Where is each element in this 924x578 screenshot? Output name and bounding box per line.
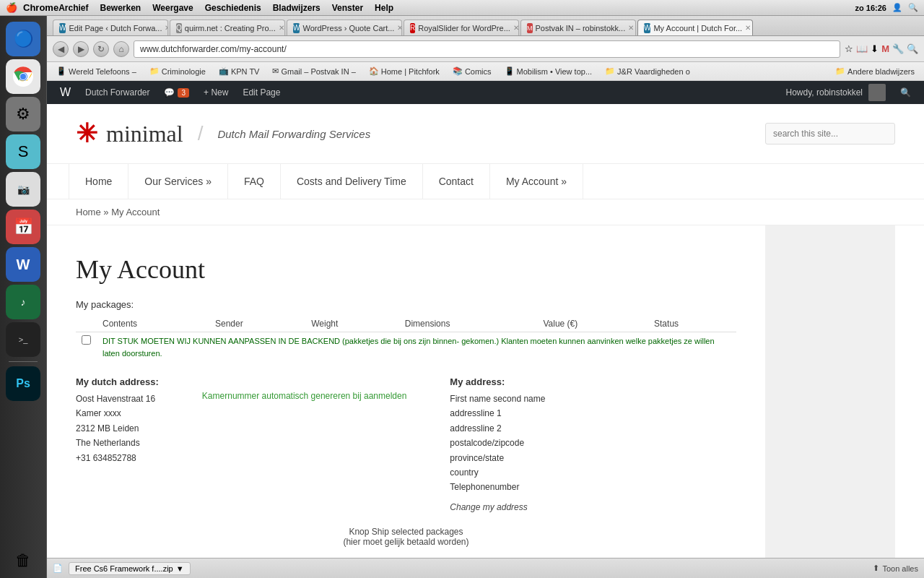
bookmark-mobilism[interactable]: 📱 Mobilism • View top...: [501, 65, 596, 77]
wp-avatar: [868, 84, 886, 101]
bookmark-kpntv[interactable]: 📺 KPN TV: [215, 65, 263, 77]
show-all-downloads-button[interactable]: ⬆ Toon alles: [873, 564, 918, 573]
nav-link-costs[interactable]: Costs and Delivery Time: [281, 164, 423, 199]
tab-my-account[interactable]: W My Account | Dutch For... ✕: [637, 20, 753, 35]
packages-table: Contents Sender Weight Dimensions Value …: [76, 316, 736, 362]
system-prefs-icon[interactable]: ⚙: [6, 97, 40, 131]
wp-edit-page-button[interactable]: Edit Page: [235, 81, 287, 104]
back-button[interactable]: ◀: [53, 41, 69, 57]
tab-close-2[interactable]: ✕: [279, 24, 284, 32]
table-header-row: Contents Sender Weight Dimensions Value …: [76, 316, 736, 332]
addr-line2: addressline 2: [450, 423, 501, 434]
addr-phone: Telephonenumber: [450, 482, 519, 492]
wp-admin-bar: W Dutch Forwarder 💬 3 + New Edit Page Ho…: [47, 81, 924, 104]
chrome-icon[interactable]: [6, 59, 40, 94]
tab-edit-page[interactable]: W Edit Page ‹ Dutch Forwa... ✕: [53, 20, 168, 35]
nav-item-home[interactable]: Home: [69, 164, 128, 199]
tab-favicon-4: R: [410, 23, 415, 33]
bookmark-comics[interactable]: 📚 Comics: [449, 65, 495, 77]
table-row: DIT STUK MOETEN WIJ KUNNEN AANPASSEN IN …: [76, 332, 736, 363]
download-item[interactable]: Free Cs6 Framework f....zip ▼: [69, 562, 191, 575]
addr-country: country: [450, 467, 478, 478]
tab-close-4[interactable]: ✕: [513, 24, 519, 32]
gmail-icon[interactable]: M: [881, 43, 889, 54]
col-header-dimensions: Dimensions: [399, 316, 538, 332]
browser-search-icon[interactable]: 🔍: [907, 43, 918, 54]
addr-state: province/state: [450, 453, 504, 463]
tab-close-1[interactable]: ✕: [165, 24, 168, 32]
menu-bewerken[interactable]: Bewerken: [100, 3, 141, 13]
tab-gmail[interactable]: M Postvak IN – robinstokk... ✕: [520, 20, 636, 35]
nav-item-faq[interactable]: FAQ: [228, 164, 281, 199]
tab-wordpress-quote[interactable]: W WordPress › Quote Cart... ✕: [287, 20, 402, 35]
kamernummer-link[interactable]: Kamernummer automatisch genereren bij aa…: [202, 391, 406, 401]
nav-link-contact[interactable]: Contact: [423, 164, 490, 199]
download-icon[interactable]: ⬇: [871, 43, 879, 54]
menu-bladwijzers[interactable]: Bladwijzers: [273, 3, 321, 13]
menu-geschiedenis[interactable]: Geschiedenis: [205, 3, 261, 13]
finder-icon[interactable]: 🔵: [6, 22, 40, 56]
nav-link-myaccount[interactable]: My Account »: [490, 164, 583, 199]
tab-close-5[interactable]: ✕: [628, 24, 634, 32]
bookmark-gmail[interactable]: ✉ Gmail – Postvak IN –: [269, 65, 359, 77]
apple-menu-icon[interactable]: 🍎: [6, 2, 17, 13]
forward-button[interactable]: ▶: [73, 41, 89, 57]
wp-search-button[interactable]: 🔍: [893, 81, 918, 104]
photoshop-icon[interactable]: Ps: [6, 366, 40, 401]
bookmark-jr[interactable]: 📁 J&R Vaardigheden o: [601, 65, 694, 77]
menu-archief[interactable]: Archief: [58, 3, 88, 13]
skype-icon[interactable]: S: [6, 134, 40, 169]
nav-link-home[interactable]: Home: [69, 164, 128, 199]
refresh-button[interactable]: ↻: [93, 41, 109, 57]
download-file-icon: 📄: [53, 564, 63, 573]
word-icon[interactable]: W: [6, 247, 40, 282]
nav-item-services[interactable]: Our Services »: [128, 164, 228, 199]
bookmark-pitchfork[interactable]: 🏠 Home | Pitchfork: [365, 65, 443, 77]
tab-close-3[interactable]: ✕: [397, 24, 402, 32]
menu-venster[interactable]: Venster: [332, 3, 363, 13]
dutch-address-heading: My dutch address:: [76, 376, 159, 387]
tab-label-3: WordPress › Quote Cart...: [302, 24, 394, 33]
breadcrumb-home-link[interactable]: Home: [76, 207, 101, 217]
nav-item-contact[interactable]: Contact: [423, 164, 490, 199]
bookmark-other[interactable]: 📁 Andere bladwijzers: [832, 65, 918, 77]
photo-icon[interactable]: 📷: [6, 172, 40, 207]
terminal-icon[interactable]: >_: [6, 322, 40, 357]
change-address-link[interactable]: Change my address: [450, 502, 545, 512]
wp-comments-button[interactable]: 💬 3: [157, 81, 196, 104]
home-button[interactable]: ⌂: [113, 41, 129, 57]
tab-close-6[interactable]: ✕: [745, 24, 751, 32]
download-chevron-icon[interactable]: ▼: [176, 564, 184, 573]
wp-site-name[interactable]: Dutch Forwarder: [78, 81, 157, 104]
address-input[interactable]: [134, 40, 840, 58]
nav-link-faq[interactable]: FAQ: [228, 164, 281, 199]
trash-icon[interactable]: 🗑: [6, 543, 40, 578]
tab-quirm[interactable]: Q quirm.net : Creating Pro... ✕: [170, 20, 285, 35]
wp-new-button[interactable]: + New: [196, 81, 235, 104]
menu-weergave[interactable]: Weergave: [152, 3, 193, 13]
itunes-icon[interactable]: ♪: [6, 285, 40, 319]
nav-item-myaccount[interactable]: My Account »: [490, 164, 583, 199]
wp-logo-button[interactable]: W: [53, 81, 78, 104]
dutch-street: Oost Havenstraat 16: [76, 394, 155, 404]
bookmark-wereld[interactable]: 📱 Wereld Telefoons –: [53, 65, 140, 77]
mac-search-icon[interactable]: 🔍: [908, 3, 918, 12]
nav-link-services[interactable]: Our Services »: [128, 164, 228, 199]
site-header: ✳ minimal / Dutch Mail Forwarding Servic…: [47, 104, 924, 163]
bookmark-criminologie[interactable]: 📁 Criminologie: [146, 65, 209, 77]
packages-label: My packages:: [76, 299, 736, 310]
logo-star-icon: ✳: [76, 118, 97, 149]
package-checkbox[interactable]: [82, 335, 91, 345]
menu-help[interactable]: Help: [375, 3, 393, 13]
col-header-sender: Sender: [209, 316, 305, 332]
calendar-icon[interactable]: 📅: [6, 210, 40, 244]
dutch-country: The Netherlands: [76, 438, 140, 448]
reader-icon[interactable]: 📖: [856, 43, 868, 54]
wp-howdy[interactable]: Howdy, robinstokkel: [779, 81, 894, 104]
bookmark-star-icon[interactable]: ☆: [845, 43, 853, 54]
nav-item-costs[interactable]: Costs and Delivery Time: [281, 164, 423, 199]
tab-royalslider[interactable]: R RoyalSlider for WordPre... ✕: [404, 20, 519, 35]
search-input[interactable]: [765, 123, 895, 144]
extensions-icon[interactable]: 🔧: [892, 43, 904, 54]
tab-favicon-6: W: [644, 23, 650, 33]
